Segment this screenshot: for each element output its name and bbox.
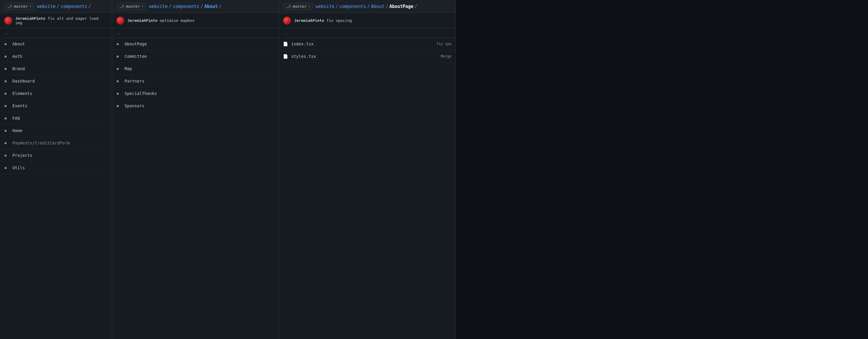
folder-icon-utils: ▪ [4, 165, 9, 170]
right-file-styles-info: 📄 styles.tsx [283, 54, 316, 59]
left-commit-row: JeremiahPinto fix alt and eager load img [0, 13, 112, 28]
right-commit-info: JeremiahPinto fix spacing [294, 18, 352, 23]
middle-file-specialthanks[interactable]: ▪ SpecialThanks [112, 87, 279, 100]
middle-branch-label: master [126, 4, 140, 8]
middle-breadcrumb: website / components / About / [149, 4, 222, 9]
right-file-styles[interactable]: 📄 styles.tsx Merge [279, 50, 456, 63]
left-breadcrumb-components[interactable]: components [60, 4, 87, 9]
left-branch-label: master [14, 4, 28, 8]
middle-file-list: .. ▪ AboutPage ▪ Committee ▪ Map ▪ Partn… [112, 28, 279, 339]
left-file-list: .. ▪ About ▪ Auth ▪ Brand ▪ Dashboard ▪ … [0, 28, 112, 339]
branch-icon-left: ⎇ [7, 4, 12, 9]
middle-file-name-specialthanks: SpecialThanks [125, 91, 274, 96]
folder-icon-map: ▪ [116, 66, 122, 71]
left-branch-selector[interactable]: ⎇ master ▾ [4, 3, 34, 10]
left-file-payments[interactable]: ▪ Payments/CreditCardForm [0, 137, 112, 149]
folder-icon-auth: ▪ [4, 53, 9, 59]
folder-icon-partners: ▪ [116, 78, 122, 84]
right-file-commit-index: fix spa [436, 42, 452, 46]
left-parent-row[interactable]: .. [0, 28, 112, 38]
middle-parent-label: .. [116, 31, 121, 35]
right-branch-selector[interactable]: ⎇ master ▾ [283, 3, 313, 10]
left-file-name-payments: Payments/CreditCardForm [12, 141, 108, 145]
middle-commit-username: JeremiahPinto [127, 18, 158, 23]
left-file-home[interactable]: ▪ Home [0, 125, 112, 137]
file-icon-styles: 📄 [283, 54, 288, 59]
right-sep-2: / [367, 4, 370, 9]
right-breadcrumb-components[interactable]: components [339, 4, 366, 9]
left-file-name-auth: Auth [12, 54, 108, 59]
left-file-name-elements: Elements [12, 91, 108, 96]
right-sep-3: / [385, 4, 388, 9]
right-breadcrumb-about[interactable]: About [371, 4, 384, 9]
left-file-name-brand: Brand [12, 66, 108, 71]
left-file-faq[interactable]: ▪ FAQ [0, 112, 112, 125]
right-file-list: .. 📄 index.tsx fix spa 📄 styles.tsx Merg… [279, 28, 456, 339]
left-file-dashboard[interactable]: ▪ Dashboard [0, 75, 112, 87]
right-sep-4: / [414, 4, 417, 9]
right-commit-username: JeremiahPinto [294, 18, 324, 23]
left-file-auth[interactable]: ▪ Auth [0, 50, 112, 63]
left-file-projects[interactable]: ▪ Projects [0, 149, 112, 162]
middle-file-name-sponsors: Sponsors [125, 103, 274, 108]
middle-breadcrumb-components[interactable]: components [173, 4, 199, 9]
left-panel-header: ⎇ master ▾ website / components / [0, 0, 112, 13]
right-panel-header: ⎇ master ▾ website / components / About … [279, 0, 456, 13]
left-file-brand[interactable]: ▪ Brand [0, 63, 112, 75]
left-file-utils[interactable]: ▪ Utils [0, 162, 112, 174]
middle-file-name-partners: Partners [125, 79, 274, 83]
left-file-name-events: Events [12, 103, 108, 108]
middle-file-aboutpage[interactable]: ▪ AboutPage [112, 38, 279, 50]
middle-file-committee[interactable]: ▪ Committee [112, 50, 279, 63]
middle-file-name-committee: Committee [125, 54, 274, 59]
folder-icon-home: ▪ [4, 128, 9, 133]
middle-panel: ⎇ master ▾ website / components / About … [112, 0, 279, 339]
middle-commit-row: JeremiahPinto optimise mapbox [112, 13, 279, 28]
right-breadcrumb-website[interactable]: website [316, 4, 334, 9]
left-file-name-dashboard: Dashboard [12, 79, 108, 83]
right-file-index[interactable]: 📄 index.tsx fix spa [279, 38, 456, 50]
middle-file-map[interactable]: ▪ Map [112, 63, 279, 75]
middle-commit-info: JeremiahPinto optimise mapbox [127, 18, 194, 23]
folder-icon-elements: ▪ [4, 91, 9, 96]
left-commit-info: JeremiahPinto fix alt and eager load img [16, 16, 108, 25]
left-file-elements[interactable]: ▪ Elements [0, 87, 112, 100]
left-file-events[interactable]: ▪ Events [0, 100, 112, 112]
right-breadcrumb-aboutpage[interactable]: AboutPage [390, 4, 413, 9]
folder-icon-aboutpage: ▪ [116, 41, 122, 46]
middle-chevron-icon: ▾ [142, 5, 144, 8]
middle-panel-header: ⎇ master ▾ website / components / About … [112, 0, 279, 13]
left-breadcrumb-website[interactable]: website [37, 4, 56, 9]
left-file-name-utils: Utils [12, 165, 108, 170]
middle-breadcrumb-website[interactable]: website [149, 4, 167, 9]
middle-parent-row[interactable]: .. [112, 28, 279, 38]
right-panel: ⎇ master ▾ website / components / About … [279, 0, 456, 339]
right-breadcrumb: website / components / About / AboutPage… [316, 4, 417, 9]
left-parent-label: .. [4, 31, 9, 35]
middle-sep-3: / [219, 4, 222, 9]
folder-icon-payments: ▪ [4, 140, 9, 146]
right-parent-row[interactable]: .. [279, 28, 456, 38]
left-file-about[interactable]: ▪ About [0, 38, 112, 50]
middle-file-name-map: Map [125, 66, 274, 71]
folder-icon-faq: ▪ [4, 115, 9, 121]
middle-file-sponsors[interactable]: ▪ Sponsors [112, 100, 279, 112]
left-avatar [4, 16, 12, 25]
middle-sep-1: / [169, 4, 172, 9]
right-commit-row: JeremiahPinto fix spacing [279, 13, 456, 28]
right-file-name-index: index.tsx [291, 41, 314, 46]
folder-icon-sponsors: ▪ [116, 103, 122, 108]
file-icon-index: 📄 [283, 41, 288, 46]
left-file-name-about: About [12, 41, 108, 46]
branch-icon-right: ⎇ [286, 4, 291, 9]
folder-icon-dashboard: ▪ [4, 78, 9, 84]
middle-breadcrumb-about[interactable]: About [205, 4, 218, 9]
left-file-name-faq: FAQ [12, 116, 108, 121]
middle-file-name-aboutpage: AboutPage [125, 41, 274, 46]
middle-file-partners[interactable]: ▪ Partners [112, 75, 279, 87]
left-breadcrumb: website / components / [37, 4, 91, 9]
right-avatar [283, 16, 291, 25]
left-file-name-projects: Projects [12, 153, 108, 158]
folder-icon-specialthanks: ▪ [116, 91, 122, 96]
middle-branch-selector[interactable]: ⎇ master ▾ [116, 3, 147, 10]
